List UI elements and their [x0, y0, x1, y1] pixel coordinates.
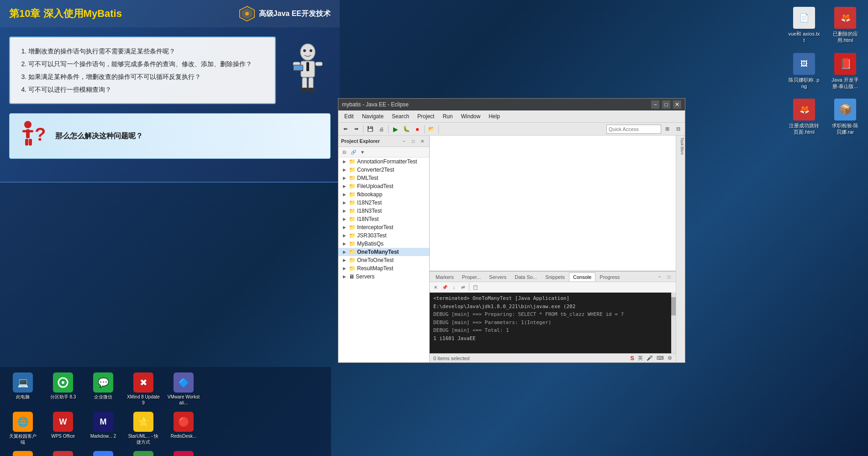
menu-search[interactable]: Search [388, 111, 413, 121]
maximize-button[interactable]: □ [662, 100, 670, 109]
desktop-icon-job-rar[interactable]: 📦 求职检验-陈 贝娜.rar [827, 96, 863, 138]
desktop-icon-vue-axios[interactable]: 📄 vue和 axios.txt [786, 5, 822, 46]
tree-item-onetomany[interactable]: ▶ 📁 OneToManyTest [338, 248, 429, 256]
menu-navigate[interactable]: Navigate [358, 111, 388, 121]
tree-item-interceptor[interactable]: ▶ 📁 InterceptorTest [338, 223, 429, 231]
tab-datasource[interactable]: Data So... [510, 273, 541, 281]
menu-help[interactable]: Help [484, 111, 504, 121]
desktop-icon-java-handbook[interactable]: 📕 Java 开发手 册-泰山版... [827, 51, 863, 92]
tree-item-fkbookapp[interactable]: ▶ 📁 fkbookapp [338, 190, 429, 199]
console-minimize-btn[interactable]: − [656, 273, 664, 281]
minimize-panel-btn[interactable]: − [400, 137, 408, 145]
console-copy-btn[interactable]: 📋 [471, 283, 479, 291]
right-strip-btn-1[interactable]: Task [677, 137, 684, 145]
icon-tianyi-client[interactable]: 🌐 天翼校园客户 端 [5, 410, 41, 447]
slide-robot [285, 37, 331, 104]
slide-answer-box: ? 那么怎么解决这种问题呢？ [9, 113, 331, 159]
desktop-icon-register-page[interactable]: 🦊 注册成功跳转 页面.html [786, 96, 822, 138]
menu-project[interactable]: Project [413, 111, 438, 121]
icon-tianyi-detect[interactable]: 🌐 天翼校园检测 工具 [5, 449, 41, 456]
java-handbook-icon: 📕 [834, 53, 856, 75]
tree-item-i18n2[interactable]: ▶ 📁 I18N2Test [338, 199, 429, 207]
menu-run[interactable]: Run [438, 111, 457, 121]
icon-xmind[interactable]: ✖ XMind 8 Update 9 [125, 371, 162, 408]
tree-item-converter[interactable]: ▶ 📁 Converter2Test [338, 166, 429, 174]
toolbar-debug[interactable]: 🐛 [401, 124, 411, 134]
tree-item-i18n[interactable]: ▶ 📁 I18NTest [338, 215, 429, 223]
console-wrap-btn[interactable]: ⇌ [459, 283, 467, 291]
tree-item-i18n3[interactable]: ▶ 📁 I18N3Test [338, 207, 429, 215]
minimize-button[interactable]: − [651, 100, 659, 109]
console-scrollbar[interactable] [671, 293, 676, 353]
icon-wps-h5[interactable]: H WPS H5 [45, 449, 81, 456]
icon-wechat-work[interactable]: 💬 企业微信 [85, 371, 121, 408]
close-panel-btn[interactable]: ✕ [418, 137, 426, 145]
close-button[interactable]: ✕ [673, 100, 681, 109]
quick-access-input[interactable] [606, 125, 661, 134]
wps-h5-icon: H [53, 451, 73, 456]
perspective-btn[interactable]: ⊞ [662, 124, 672, 134]
eclipse-body: Project Explorer − □ ✕ ⊟ 🔗 ▼ ▶ 📁 Annotat… [338, 136, 685, 362]
icon-intellij[interactable]: I IntelliJ IDEA 2018.3.4 ... [165, 449, 202, 456]
tab-progress[interactable]: Progress [595, 273, 624, 281]
tree-item-resultmap[interactable]: ▶ 📁 ResultMapTest [338, 264, 429, 273]
toolbar-btn-2[interactable]: ➡ [351, 124, 361, 134]
maximize-panel-btn[interactable]: □ [409, 137, 417, 145]
icon-vmware[interactable]: 🔷 VMware Workstati... [165, 371, 202, 408]
collapse-all-btn[interactable]: ⊟ [340, 148, 348, 156]
slide-header: 第10章 深入使用MyBatis 高级Java EE开发技术 [0, 0, 340, 27]
console-scroll-btn[interactable]: ↓ [450, 283, 458, 291]
viewmenu-btn[interactable]: ▼ [358, 148, 367, 156]
slide-questions-box: 增删改查的操作语句执行需不需要满足某些条件呢？ 可不可以只写一个操作语句，能够完… [9, 37, 276, 104]
desktop-icon-chenbeina[interactable]: 🖼 陈贝娜职称. png [786, 51, 822, 92]
tianyi-client-icon: 🌐 [13, 412, 33, 432]
console-maximize-btn[interactable]: □ [665, 273, 673, 281]
tree-item-fileupload[interactable]: ▶ 📁 FileUploadTest [338, 182, 429, 190]
desktop-icon-deleted-app[interactable]: 🦊 已删除的应 用.html [827, 5, 863, 46]
view-btn[interactable]: ⊟ [673, 124, 683, 134]
icon-redisdesktop[interactable]: 🔴 RedisDesk... [165, 410, 202, 447]
console-line-4: 1 i1601 JavaEE [433, 335, 668, 343]
project-explorer: Project Explorer − □ ✕ ⊟ 🔗 ▼ ▶ 📁 Annotat… [338, 136, 430, 362]
icon-wps-office[interactable]: W WPS Office [45, 410, 81, 447]
slide-logo-text: 高级Java EE开发技术 [259, 9, 331, 19]
icon-sqlyog[interactable]: 🐬 SQLyog - 64 bit [125, 449, 162, 456]
tree-item-mybatisqs[interactable]: ▶ 📁 MyBatisQs [338, 240, 429, 248]
tree-item-jsr303[interactable]: ▶ 📁 JSR303Test [338, 231, 429, 240]
vue-axios-icon: 📄 [793, 7, 815, 29]
tab-snippets[interactable]: Snippets [541, 273, 569, 281]
tree-item-onetoone[interactable]: ▶ 📁 OneToOneTest [338, 256, 429, 264]
tree-item-dml[interactable]: ▶ 📁 DMLTest [338, 174, 429, 182]
tab-servers[interactable]: Servers [485, 273, 510, 281]
tab-markers[interactable]: Markers [431, 273, 458, 281]
console-sep [469, 283, 469, 291]
tree-item-servers[interactable]: ▶ 🖥 Servers [338, 273, 429, 281]
toolbar-stop[interactable]: ■ [412, 124, 422, 134]
toolbar-btn-open[interactable]: 📂 [426, 124, 437, 134]
link-btn[interactable]: 🔗 [349, 148, 358, 156]
toolbar-btn-4[interactable]: 🖨 [376, 124, 386, 134]
console-line-0: <terminated> OneToManyTest [Java Applica… [433, 294, 668, 310]
right-strip-btn-2[interactable]: Bkm [677, 147, 684, 154]
icon-markdown[interactable]: M Markdow... 2 [85, 410, 121, 447]
menu-window[interactable]: Window [457, 111, 484, 121]
panel-toolbar: ⊟ 🔗 ▼ [338, 147, 429, 157]
icon-tencent-meeting[interactable]: 📹 腾讯会议 [85, 449, 121, 456]
quick-access-box [606, 125, 661, 134]
console-clear-btn[interactable]: ✕ [431, 283, 440, 291]
toolbar-sep-3 [424, 125, 425, 133]
project-explorer-title: Project Explorer [341, 138, 380, 144]
icon-my-computer[interactable]: 💻 此电脑 [5, 371, 41, 408]
tab-console[interactable]: Console [569, 273, 595, 281]
icon-partition[interactable]: 分区助手 8.3 [45, 371, 81, 408]
icon-staruml[interactable]: ⭐ StarUML... - 快捷方式 [125, 410, 162, 447]
toolbar-btn-1[interactable]: ⬅ [340, 124, 350, 134]
toolbar-run[interactable]: ▶ [390, 124, 400, 134]
console-pin-btn[interactable]: 📌 [441, 283, 449, 291]
tianyi-client-label: 天翼校园客户 端 [6, 433, 39, 445]
tree-item-annotation[interactable]: ▶ 📁 AnnotationFormatterTest [338, 157, 429, 166]
tab-properties[interactable]: Proper... [458, 273, 485, 281]
menu-edit[interactable]: Edit [340, 111, 358, 121]
toolbar-btn-3[interactable]: 💾 [365, 124, 375, 134]
toolbar-sep-4 [438, 125, 439, 133]
